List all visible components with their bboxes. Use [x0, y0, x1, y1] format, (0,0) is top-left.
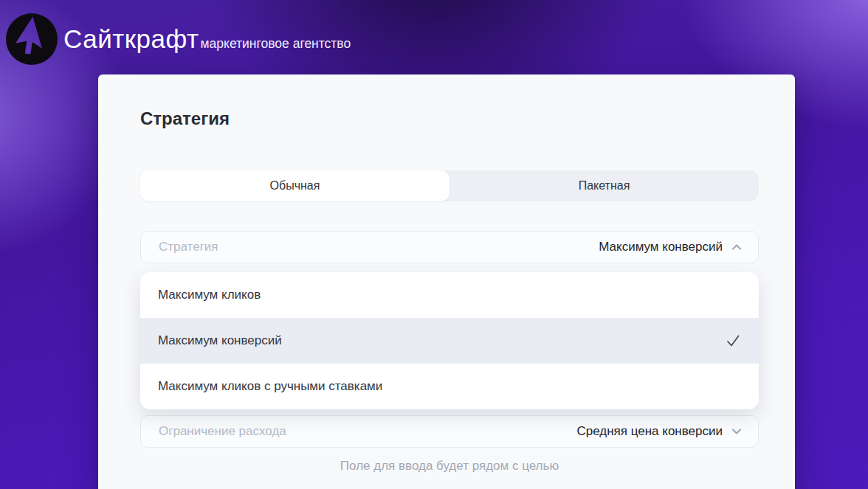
spend-limit-select[interactable]: Ограничение расхода Средняя цена конверс… [140, 415, 759, 448]
brand-text: Сайткрафт маркетинговое агентство [63, 24, 351, 54]
brand-name: Сайткрафт [63, 24, 199, 54]
helper-text: Поле для ввода будет рядом с целью [140, 459, 759, 474]
dropdown-option-max-clicks-manual[interactable]: Максимум кликов с ручными ставками [140, 364, 759, 409]
strategy-dropdown-panel: Максимум кликов Максимум конверсий Макси… [140, 272, 759, 409]
tab-regular-label: Обычная [270, 179, 320, 193]
checkmark-icon [725, 333, 741, 349]
strategy-card: Стратегия Обычная Пакетная Стратегия Мак… [98, 74, 795, 489]
tab-batch-label: Пакетная [579, 179, 630, 193]
strategy-type-tabs: Обычная Пакетная [140, 170, 759, 201]
dropdown-option-max-conversions[interactable]: Максимум конверсий [140, 318, 759, 364]
chevron-down-icon [730, 425, 743, 438]
dropdown-option-max-clicks[interactable]: Максимум кликов [140, 272, 759, 318]
chevron-up-icon [730, 240, 743, 254]
brand-tagline: маркетинговое агентство [201, 36, 351, 52]
spend-limit-value-wrap: Средняя цена конверсии [576, 424, 743, 439]
option-label: Максимум конверсий [158, 333, 282, 348]
spend-limit-label: Ограничение расхода [159, 424, 286, 439]
option-label: Максимум кликов с ручными ставками [158, 379, 382, 394]
tab-regular[interactable]: Обычная [140, 170, 450, 201]
option-label: Максимум кликов [158, 288, 261, 302]
strategy-select[interactable]: Стратегия Максимум конверсий [140, 231, 759, 263]
strategy-select-value-wrap: Максимум конверсий [599, 240, 743, 254]
tab-batch[interactable]: Пакетная [450, 170, 759, 201]
strategy-select-label: Стратегия [159, 240, 218, 254]
brand-header: Сайткрафт маркетинговое агентство [6, 13, 351, 65]
strategy-select-value: Максимум конверсий [599, 240, 723, 254]
spend-limit-value: Средняя цена конверсии [576, 424, 723, 439]
brand-logo-cursor-icon [6, 13, 58, 65]
card-title: Стратегия [140, 108, 230, 129]
